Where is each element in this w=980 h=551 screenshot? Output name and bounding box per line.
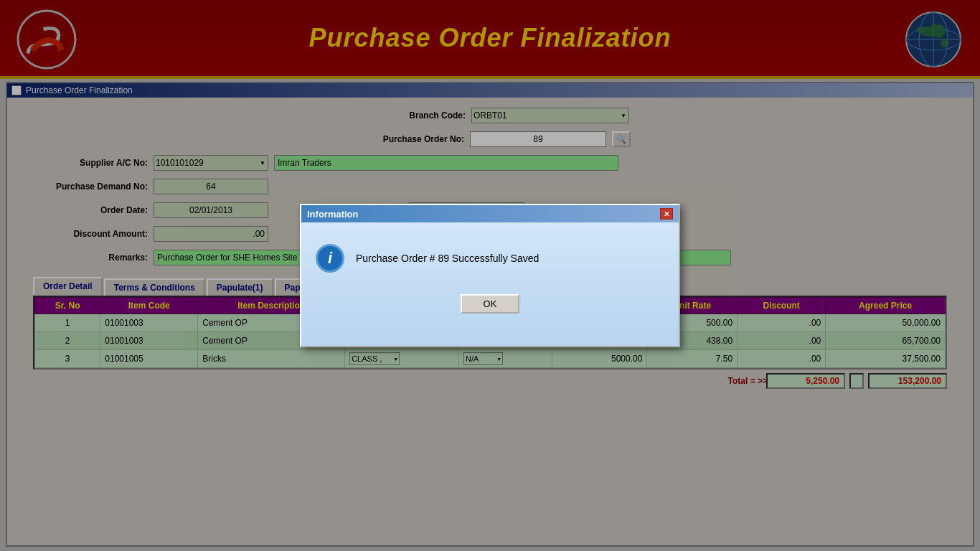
info-icon: i <box>316 244 344 273</box>
information-dialog: Information ✕ i Purchase Order # 89 Succ… <box>300 204 680 347</box>
ok-button[interactable]: OK <box>461 294 520 314</box>
dialog-titlebar: Information ✕ <box>301 205 679 222</box>
dialog-overlay[interactable]: Information ✕ i Purchase Order # 89 Succ… <box>0 0 980 551</box>
dialog-footer: OK <box>301 287 679 328</box>
dialog-message: Purchase Order # 89 Successfully Saved <box>356 253 539 264</box>
dialog-title: Information <box>307 209 359 220</box>
dialog-body: i Purchase Order # 89 Successfully Saved <box>301 222 679 287</box>
dialog-close-button[interactable]: ✕ <box>660 208 673 220</box>
